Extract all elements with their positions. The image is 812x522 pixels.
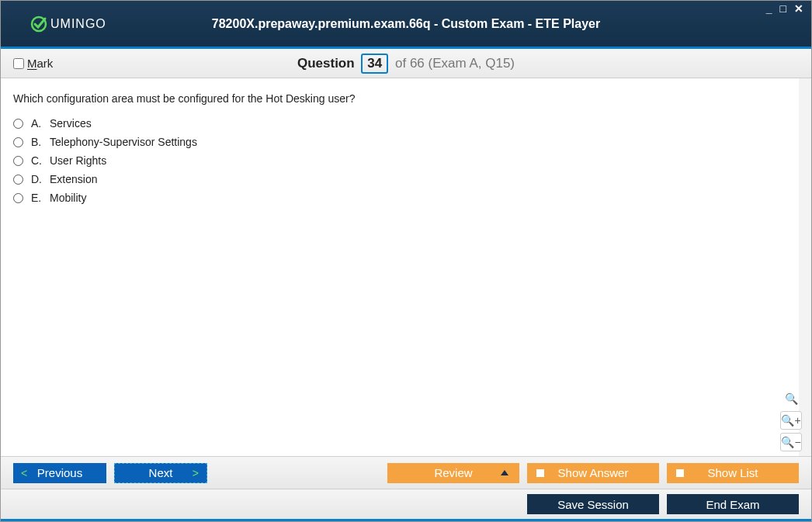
window-controls: _ □ ✕ — [763, 2, 807, 15]
option-c[interactable]: C.User Rights — [13, 154, 786, 167]
mark-label-u: M — [27, 57, 37, 70]
next-label: Next — [149, 466, 173, 479]
show-list-label: Show List — [707, 466, 758, 479]
options-list: A.Services B.Telephony-Supervisor Settin… — [13, 117, 786, 204]
question-content: Which configuration area must be configu… — [1, 78, 811, 456]
radio-icon[interactable] — [13, 175, 23, 185]
review-label: Review — [434, 466, 472, 479]
option-a[interactable]: A.Services — [13, 117, 786, 130]
maximize-button[interactable]: □ — [777, 2, 789, 15]
option-text: Mobility — [50, 192, 86, 204]
app-window: UMINGO 78200X.prepaway.premium.exam.66q … — [0, 0, 812, 522]
search-icon: 🔍 — [785, 392, 798, 405]
zoom-out-icon: 🔍− — [781, 436, 800, 448]
option-e[interactable]: E.Mobility — [13, 192, 786, 204]
previous-button[interactable]: <Previous — [13, 463, 106, 483]
zoom-out-button[interactable]: 🔍− — [780, 433, 802, 451]
option-text: Extension — [50, 173, 97, 185]
question-header: Mark Question 34 of 66 (Exam A, Q15) — [1, 49, 811, 78]
option-letter: A. — [31, 117, 42, 130]
zoom-in-icon: 🔍+ — [781, 414, 800, 427]
option-letter: E. — [31, 192, 42, 204]
search-button[interactable]: 🔍 — [780, 389, 802, 408]
end-exam-button[interactable]: End Exam — [667, 494, 799, 514]
question-number-box[interactable]: 34 — [361, 54, 388, 74]
option-text: User Rights — [50, 154, 106, 167]
option-text: Services — [50, 117, 92, 130]
previous-label: Previous — [37, 466, 82, 479]
question-word: Question — [297, 56, 355, 71]
window-title: 78200X.prepaway.premium.exam.66q - Custo… — [1, 17, 811, 31]
zoom-in-button[interactable]: 🔍+ — [780, 411, 802, 430]
app-logo: UMINGO — [30, 16, 106, 33]
chevron-right-icon: > — [193, 467, 199, 479]
next-button[interactable]: Next> — [114, 463, 207, 483]
save-session-button[interactable]: Save Session — [527, 494, 659, 514]
radio-icon[interactable] — [13, 193, 23, 203]
mark-checkbox[interactable] — [13, 58, 24, 69]
checkmark-circle-icon — [30, 16, 47, 33]
end-exam-label: End Exam — [706, 498, 759, 511]
square-icon — [536, 469, 544, 477]
radio-icon[interactable] — [13, 119, 23, 129]
triangle-up-icon — [501, 470, 508, 475]
option-text: Telephony-Supervisor Settings — [50, 136, 197, 148]
question-total: of 66 (Exam A, Q15) — [395, 56, 515, 71]
mark-checkbox-wrap[interactable]: Mark — [13, 57, 53, 70]
mark-label-rest: ark — [37, 57, 54, 70]
footer-row-1: <Previous Next> Review Show Answer Show … — [1, 456, 811, 489]
radio-icon[interactable] — [13, 137, 23, 147]
footer-row-2: Save Session End Exam — [1, 489, 811, 521]
show-answer-button[interactable]: Show Answer — [527, 463, 659, 483]
review-button[interactable]: Review — [387, 463, 519, 483]
option-letter: B. — [31, 136, 42, 148]
zoom-controls: 🔍 🔍+ 🔍− — [780, 389, 802, 451]
titlebar: UMINGO 78200X.prepaway.premium.exam.66q … — [1, 1, 811, 49]
question-info: Question 34 of 66 (Exam A, Q15) — [1, 54, 811, 74]
option-b[interactable]: B.Telephony-Supervisor Settings — [13, 136, 786, 148]
option-letter: C. — [31, 154, 42, 167]
option-letter: D. — [31, 173, 42, 185]
show-answer-label: Show Answer — [558, 466, 629, 479]
option-d[interactable]: D.Extension — [13, 173, 786, 185]
brand-text: UMINGO — [50, 17, 106, 31]
radio-icon[interactable] — [13, 156, 23, 166]
show-list-button[interactable]: Show List — [667, 463, 799, 483]
close-button[interactable]: ✕ — [791, 2, 807, 15]
square-icon — [676, 469, 684, 477]
save-session-label: Save Session — [557, 498, 629, 511]
chevron-left-icon: < — [21, 467, 27, 479]
question-text: Which configuration area must be configu… — [13, 92, 786, 105]
minimize-button[interactable]: _ — [763, 2, 776, 15]
